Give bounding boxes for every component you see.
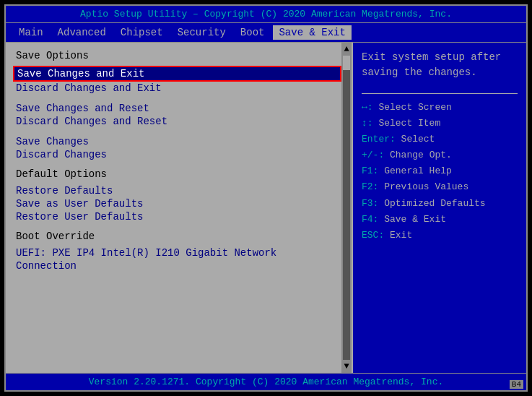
scroll-up-arrow[interactable]: ▲ <box>344 44 349 54</box>
status-text: Version 2.20.1271. Copyright (C) 2020 Am… <box>89 376 443 387</box>
menu-boot[interactable]: Boot <box>235 25 271 40</box>
entry-restore-defaults[interactable]: Restore Defaults <box>16 184 341 197</box>
right-panel: Exit system setup after saving the chang… <box>353 43 526 373</box>
title-text: Aptio Setup Utility – Copyright (C) 2020… <box>80 9 452 20</box>
key-select-item: ↕: Select Item <box>362 116 518 132</box>
menu-main[interactable]: Main <box>13 25 49 40</box>
entry-discard-changes-reset[interactable]: Discard Changes and Reset <box>16 115 341 128</box>
entry-save-changes[interactable]: Save Changes <box>16 135 341 148</box>
entry-restore-user-defaults[interactable]: Restore User Defaults <box>16 210 341 223</box>
scroll-thumb <box>343 56 350 70</box>
section-save-options: Save Options <box>16 50 341 61</box>
key-help: ↔: Select Screen ↕: Select Item Enter: S… <box>362 100 518 244</box>
divider <box>362 93 518 94</box>
section-boot-override: Boot Override <box>16 231 341 242</box>
menu-bar: Main Advanced Chipset Security Boot Save… <box>6 23 526 43</box>
menu-save-exit[interactable]: Save & Exit <box>273 25 351 40</box>
key-f4: F4: Save & Exit <box>362 212 518 228</box>
key-f1: F1: General Help <box>362 163 518 179</box>
entry-save-changes-exit[interactable]: Save Changes and Exit <box>13 66 341 82</box>
key-select-screen: ↔: Select Screen <box>362 100 518 116</box>
key-f3: F3: Optimized Defaults <box>362 196 518 212</box>
key-change-opt: +/-: Change Opt. <box>362 147 518 163</box>
entry-discard-changes-exit[interactable]: Discard Changes and Exit <box>16 82 341 95</box>
scrollbar[interactable]: ▲ ▼ <box>341 43 352 373</box>
key-esc: ESC: Exit <box>362 228 518 244</box>
key-f2: F2: Previous Values <box>362 179 518 195</box>
entry-uefi-pxe[interactable]: UEFI: PXE IP4 Intel(R) I210 Gigabit Netw… <box>16 246 341 259</box>
menu-security[interactable]: Security <box>172 25 232 40</box>
section-default-options: Default Options <box>16 168 341 180</box>
entry-discard-changes[interactable]: Discard Changes <box>16 148 341 161</box>
corner-label: B4 <box>510 380 523 389</box>
scroll-down-arrow[interactable]: ▼ <box>344 361 349 371</box>
entry-save-user-defaults[interactable]: Save as User Defaults <box>16 197 341 210</box>
bios-container: Aptio Setup Utility – Copyright (C) 2020… <box>4 4 528 392</box>
main-content: Save Options Save Changes and Exit Disca… <box>6 43 526 373</box>
menu-chipset[interactable]: Chipset <box>115 25 169 40</box>
entry-save-changes-reset[interactable]: Save Changes and Reset <box>16 102 341 115</box>
status-bar: Version 2.20.1271. Copyright (C) 2020 Am… <box>6 373 526 390</box>
menu-advanced[interactable]: Advanced <box>52 25 112 40</box>
scroll-track <box>343 56 350 360</box>
help-text: Exit system setup after saving the chang… <box>362 50 518 80</box>
entry-connection[interactable]: Connection <box>16 259 341 272</box>
left-panel: Save Options Save Changes and Exit Disca… <box>6 43 353 373</box>
key-enter: Enter: Select <box>362 132 518 147</box>
title-bar: Aptio Setup Utility – Copyright (C) 2020… <box>6 6 526 23</box>
